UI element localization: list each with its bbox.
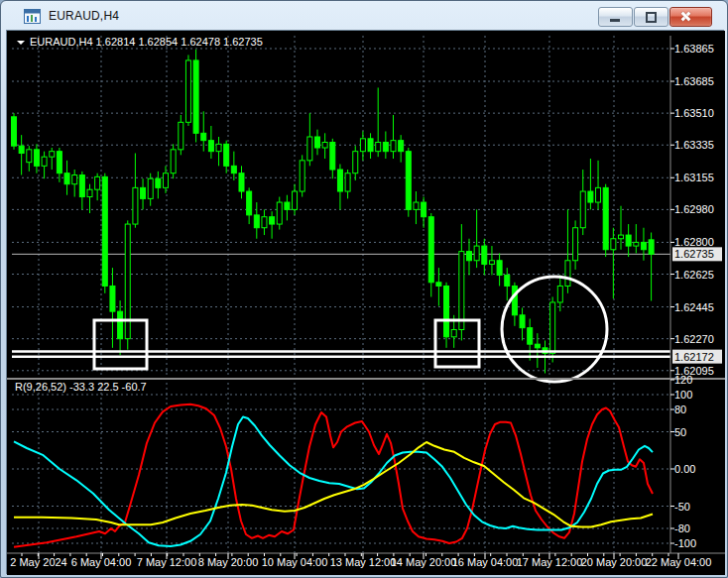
- candle-body: [337, 170, 342, 191]
- candle-body: [12, 117, 17, 146]
- axis-label: -80: [674, 522, 690, 534]
- axis-label: 1.62980: [674, 203, 714, 215]
- candle-body: [376, 142, 381, 151]
- candle-body: [307, 137, 312, 161]
- axis-label: 1.62270: [674, 333, 714, 345]
- chart-header: EURAUD,H4 1.62814 1.62854 1.62478 1.6273…: [30, 36, 263, 48]
- axis-label: 1.63685: [674, 75, 714, 87]
- candle-body: [474, 246, 479, 261]
- candle-body: [406, 152, 411, 210]
- candle-body: [19, 146, 24, 153]
- candle-body: [148, 178, 153, 198]
- candle-body: [285, 202, 290, 209]
- axis-label: 1.63155: [674, 172, 714, 183]
- axis-label: 1.62625: [674, 269, 714, 281]
- indicator-label: R(9,26,52) -33.3 22.5 -60.7: [15, 381, 147, 393]
- candle-body: [557, 286, 562, 302]
- candle-body: [262, 217, 267, 228]
- candle-body: [277, 202, 282, 224]
- candle-body: [216, 144, 221, 151]
- axis-label: 80: [674, 404, 686, 415]
- candle-body: [619, 235, 624, 239]
- candle-body: [535, 344, 540, 348]
- window-controls: [597, 7, 712, 27]
- window-title: EURAUD,H4: [49, 9, 119, 23]
- candle-body: [611, 239, 616, 250]
- candle-body: [512, 286, 517, 314]
- candle-body: [497, 261, 502, 276]
- candle-body: [87, 189, 92, 196]
- candle-body: [596, 187, 601, 202]
- axis-label: 1.63335: [674, 139, 714, 151]
- candle-body: [42, 157, 47, 166]
- candle-body: [505, 275, 510, 286]
- candle-body: [102, 176, 107, 286]
- candle-body: [345, 173, 350, 191]
- candle-body: [451, 329, 456, 336]
- candle-body: [224, 144, 229, 166]
- chart-client: 1.638651.636851.635101.633351.631551.629…: [6, 30, 724, 574]
- candle-body: [95, 176, 100, 189]
- candle-body: [270, 217, 275, 224]
- minimize-button[interactable]: [598, 7, 633, 27]
- candle-body: [293, 191, 298, 209]
- candle-body: [391, 141, 396, 152]
- candle-body: [171, 150, 176, 173]
- axis-label: 1.63510: [674, 107, 714, 119]
- close-button[interactable]: [669, 7, 712, 27]
- axis-label: 10 May 04:00: [262, 556, 328, 568]
- candle-body: [649, 240, 654, 254]
- candle-body: [179, 122, 183, 150]
- candle-body: [368, 139, 373, 152]
- axis-label: 1.63865: [674, 43, 714, 55]
- axis-label: 1.62172: [674, 351, 714, 363]
- candle-body: [482, 246, 487, 264]
- candle-body: [360, 139, 365, 152]
- titlebar[interactable]: EURAUD,H4: [1, 1, 727, 30]
- axis-label: 6 May 04:00: [71, 556, 132, 568]
- axis-label: 120: [674, 374, 692, 386]
- candle-body: [588, 191, 593, 202]
- candle-body: [383, 142, 388, 151]
- candle-body: [141, 187, 146, 198]
- axis-label: 8 May 20:00: [198, 556, 259, 568]
- candle-body: [50, 152, 55, 158]
- candle-body: [64, 173, 69, 184]
- axis-label: 50: [674, 426, 686, 438]
- candle-body: [428, 217, 433, 283]
- axis-label: -100: [674, 537, 696, 549]
- candle-body: [315, 137, 320, 148]
- candle-body: [201, 133, 206, 140]
- candle-body: [634, 242, 639, 246]
- candle-body: [399, 141, 404, 152]
- candle-body: [185, 60, 190, 122]
- candle-body: [193, 60, 198, 133]
- candle-body: [573, 228, 578, 261]
- candle-body: [79, 175, 84, 197]
- axis-label: 13 May 12:00: [330, 556, 397, 568]
- candle-body: [110, 286, 115, 311]
- axis-label: 1.62445: [674, 301, 714, 313]
- candle-body: [164, 173, 169, 188]
- axis-label: -50: [674, 501, 690, 513]
- candle-body: [34, 150, 39, 167]
- candle-body: [489, 261, 494, 265]
- candle-body: [57, 152, 61, 173]
- candle-body: [27, 150, 32, 163]
- application-window: EURAUD,H4 1.638651.636851.635101.633351.…: [0, 0, 728, 578]
- candle-body: [528, 328, 533, 345]
- candle-body: [300, 161, 304, 191]
- candle-body: [550, 302, 555, 353]
- candle-body: [436, 283, 441, 287]
- chart-svg[interactable]: 1.638651.636851.635101.633351.631551.629…: [7, 31, 725, 575]
- candle-body: [603, 187, 608, 249]
- candle-body: [580, 191, 585, 228]
- axis-label: 17 May 12:00: [517, 556, 583, 568]
- restore-button[interactable]: [634, 7, 668, 27]
- candle-body: [156, 178, 161, 187]
- candle-body: [330, 142, 335, 170]
- candle-body: [467, 252, 472, 261]
- axis-label: 0.00: [674, 463, 695, 475]
- candle-body: [565, 261, 570, 287]
- axis-label: 14 May 20:00: [391, 556, 457, 568]
